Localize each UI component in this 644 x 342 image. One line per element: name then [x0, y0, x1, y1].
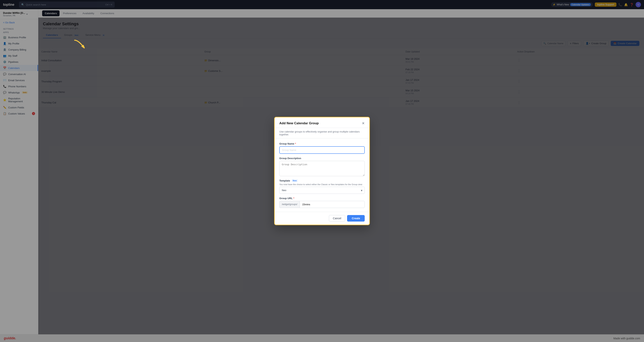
- group-url-field: Group URL * /widget/groups/: [279, 197, 365, 208]
- group-url-input[interactable]: [300, 201, 365, 208]
- modal-footer: Cancel Create: [275, 212, 369, 224]
- modal-overlay: Add New Calendar Group ✕ Use calendar gr…: [0, 0, 644, 342]
- add-calendar-group-modal: Add New Calendar Group ✕ Use calendar gr…: [274, 117, 370, 225]
- group-description-field: Group Description: [279, 157, 365, 176]
- group-description-label: Group Description: [279, 157, 365, 160]
- url-prefix: /widget/groups/: [279, 201, 300, 208]
- template-label-row: Template New: [279, 179, 365, 182]
- modal-close-button[interactable]: ✕: [362, 121, 365, 126]
- template-label: Template: [279, 179, 290, 182]
- template-note: You now have the choice to select either…: [279, 183, 365, 186]
- modal-title: Add New Calendar Group: [279, 122, 319, 125]
- modal-body: Group Name * Group Description Template …: [275, 138, 369, 212]
- required-indicator: *: [295, 142, 296, 145]
- template-select[interactable]: Neo Classic: [279, 187, 365, 194]
- cancel-button[interactable]: Cancel: [329, 215, 345, 222]
- template-new-badge: New: [292, 179, 298, 182]
- group-name-field: Group Name *: [279, 142, 365, 154]
- url-group: /widget/groups/: [279, 201, 365, 208]
- required-indicator: *: [293, 197, 294, 200]
- modal-header: Add New Calendar Group ✕: [275, 118, 369, 128]
- create-button[interactable]: Create: [347, 215, 365, 222]
- modal-subtitle: Use calendar groups to effectively organ…: [275, 128, 369, 138]
- group-name-input[interactable]: [279, 146, 365, 154]
- group-name-label: Group Name *: [279, 142, 365, 145]
- template-select-wrapper: Neo Classic: [279, 187, 365, 194]
- template-field: Template New You now have the choice to …: [279, 179, 365, 194]
- group-url-label: Group URL *: [279, 197, 365, 200]
- group-description-input[interactable]: [279, 161, 365, 176]
